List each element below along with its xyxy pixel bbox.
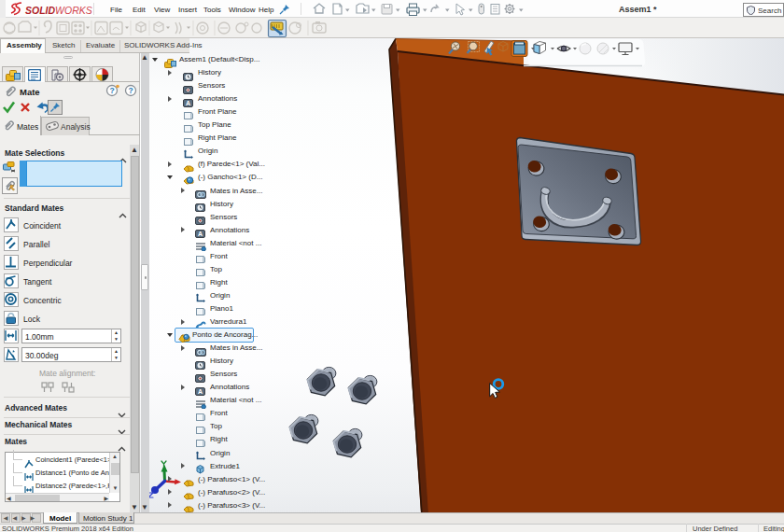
svg-text:?: ? <box>128 86 133 95</box>
svg-text:?: ? <box>109 86 114 95</box>
